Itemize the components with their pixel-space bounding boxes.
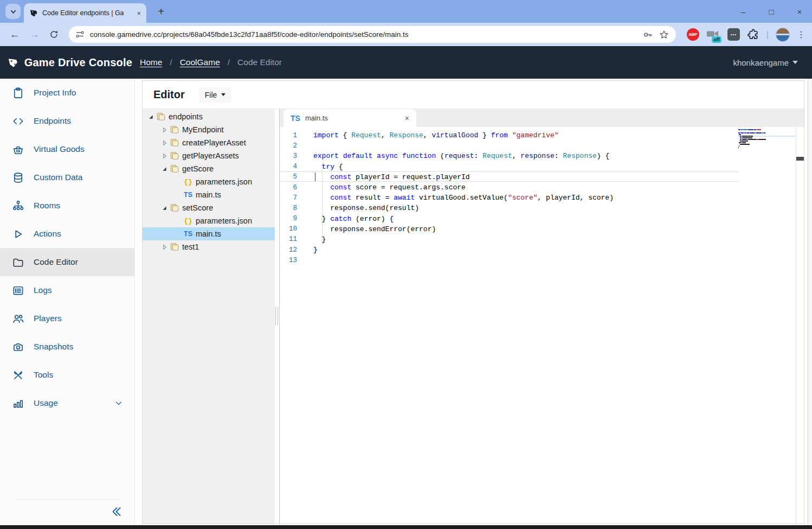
sidebar-item-players[interactable]: Players bbox=[0, 304, 134, 333]
minimap-line bbox=[738, 145, 795, 146]
minimap[interactable] bbox=[738, 129, 795, 150]
tree-collapsed-arrow[interactable] bbox=[160, 127, 169, 133]
tree-item-setScore[interactable]: setScore bbox=[143, 201, 275, 214]
brand[interactable]: Game Drive Console bbox=[0, 53, 132, 72]
toolbar-separator: | bbox=[766, 30, 769, 40]
tree-expanded-arrow[interactable] bbox=[160, 166, 169, 172]
tree-item-main-ts[interactable]: TSmain.ts bbox=[143, 227, 275, 240]
tree-item-getScore[interactable]: getScore bbox=[143, 162, 275, 175]
browser-menu-icon[interactable]: ⋮ bbox=[797, 29, 805, 40]
code-line-7[interactable]: 7 const result = await virtualGood.setVa… bbox=[280, 193, 804, 203]
sidebar-item-tools[interactable]: Tools bbox=[0, 361, 134, 389]
tab-close-icon[interactable]: × bbox=[137, 9, 141, 17]
file-menu-button[interactable]: File bbox=[199, 87, 232, 103]
line-number: 8 bbox=[280, 205, 305, 212]
code-line-4[interactable]: 4 try { bbox=[280, 162, 804, 172]
json-file-icon: {} bbox=[184, 217, 192, 225]
adblock-extension-icon[interactable]: ABP bbox=[687, 28, 699, 41]
code-area[interactable]: 1import { Request, Response, virtualGood… bbox=[280, 127, 804, 524]
app-navbar: Game Drive Console Home / CoolGame / Cod… bbox=[0, 46, 812, 79]
back-button[interactable]: ← bbox=[7, 26, 23, 43]
forward-button[interactable]: → bbox=[26, 26, 42, 43]
line-number: 12 bbox=[280, 246, 305, 254]
tab-search-button[interactable] bbox=[5, 4, 21, 19]
pane-splitter[interactable] bbox=[275, 109, 280, 524]
tree-item-label: parameters.json bbox=[196, 216, 252, 225]
splitter-grip-icon bbox=[275, 307, 278, 326]
code-text: import { Request, Response, virtualGood … bbox=[305, 131, 559, 139]
url-text[interactable]: console.gamedrive.cc/projects/68a045fbde… bbox=[90, 30, 637, 39]
sidebar-item-usage[interactable]: Usage bbox=[0, 389, 134, 417]
breadcrumb-home[interactable]: Home bbox=[140, 58, 162, 67]
code-line-13[interactable]: 13 bbox=[280, 255, 804, 265]
code-line-3[interactable]: 3export default async function (request:… bbox=[280, 151, 804, 161]
tree-item-createPlayerAsset[interactable]: createPlayerAsset bbox=[143, 136, 275, 149]
sidebar-item-virtual-goods[interactable]: Virtual Goods bbox=[0, 135, 134, 163]
sidebar-collapse-button[interactable] bbox=[107, 502, 126, 521]
sidebar-item-snapshots[interactable]: Snapshots bbox=[0, 333, 134, 361]
sidebar-item-project-info[interactable]: Project Info bbox=[0, 79, 134, 107]
brand-name: Game Drive Console bbox=[24, 56, 132, 69]
tree-expanded-arrow[interactable] bbox=[160, 205, 169, 211]
code-line-8[interactable]: 8 response.send(result) bbox=[280, 203, 804, 213]
code-editor-pane: TS main.ts × 1import { Request, Response… bbox=[280, 109, 804, 524]
code-line-10[interactable]: 10 response.sendError(error) bbox=[280, 224, 804, 234]
sidebar-item-code-editor[interactable]: Code Editor bbox=[0, 248, 134, 276]
window-minimize-button[interactable]: – bbox=[738, 7, 748, 16]
camera-extension-icon[interactable]: off bbox=[706, 28, 720, 41]
code-text: } bbox=[305, 235, 326, 244]
new-tab-button[interactable]: + bbox=[154, 4, 168, 18]
code-line-1[interactable]: 1import { Request, Response, virtualGood… bbox=[280, 130, 804, 141]
code-text: export default async function (request: … bbox=[305, 152, 609, 160]
tree-collapsed-arrow[interactable] bbox=[160, 244, 169, 250]
password-key-icon[interactable] bbox=[642, 29, 653, 40]
editor-tab-maints[interactable]: TS main.ts × bbox=[283, 109, 416, 127]
tree-collapsed-arrow[interactable] bbox=[160, 140, 169, 146]
reload-button[interactable] bbox=[46, 26, 62, 43]
extensions-puzzle-icon[interactable] bbox=[747, 28, 759, 41]
tree-item-MyEndpoint[interactable]: MyEndpoint bbox=[143, 123, 275, 136]
tree-collapsed-icon bbox=[162, 127, 167, 133]
folder-icon-slot bbox=[169, 125, 181, 134]
sidebar-item-rooms[interactable]: Rooms bbox=[0, 192, 134, 220]
user-menu[interactable]: khonkaengame bbox=[733, 58, 798, 67]
tree-item-parameters-json[interactable]: {}parameters.json bbox=[143, 214, 275, 227]
tree-item-parameters-json[interactable]: {}parameters.json bbox=[143, 175, 275, 188]
bookmark-star-icon[interactable] bbox=[659, 29, 669, 40]
tree-item-getPlayerAssets[interactable]: getPlayerAssets bbox=[143, 149, 275, 162]
tree-item-label: getPlayerAssets bbox=[182, 151, 239, 160]
code-text: } catch (error) { bbox=[305, 215, 394, 223]
code-line-11[interactable]: 11 } bbox=[280, 234, 804, 245]
tree-expanded-arrow[interactable] bbox=[147, 114, 155, 120]
site-info-icon[interactable] bbox=[75, 30, 85, 39]
folder-icon-slot bbox=[169, 164, 181, 173]
sidebar-item-logs[interactable]: Logs bbox=[0, 276, 134, 304]
window-close-button[interactable]: × bbox=[795, 7, 804, 16]
sidebar-item-endpoints[interactable]: Endpoints bbox=[0, 107, 134, 135]
code-line-12[interactable]: 12} bbox=[280, 245, 804, 255]
tree-item-test1[interactable]: test1 bbox=[143, 240, 275, 253]
breadcrumb-project[interactable]: CoolGame bbox=[180, 58, 220, 67]
tree-item-endpoints[interactable]: endpoints bbox=[143, 110, 275, 123]
tree-item-main-ts[interactable]: TSmain.ts bbox=[143, 188, 275, 201]
code-line-5[interactable]: 5 const playerId = request.playerId bbox=[280, 172, 804, 182]
sidebar-item-custom-data[interactable]: Custom Data bbox=[0, 163, 134, 192]
code-line-9[interactable]: 9 } catch (error) { bbox=[280, 214, 804, 224]
url-bar[interactable]: console.gamedrive.cc/projects/68a045fbde… bbox=[69, 26, 676, 43]
editor-header: Editor File bbox=[143, 81, 804, 109]
line-number: 11 bbox=[280, 235, 305, 243]
window-maximize-button[interactable]: □ bbox=[766, 7, 776, 16]
folder-icon bbox=[170, 203, 179, 212]
tree-collapsed-arrow[interactable] bbox=[160, 153, 169, 159]
code-line-6[interactable]: 6 const score = request.args.score bbox=[280, 182, 804, 193]
minimap-line bbox=[738, 134, 795, 135]
window-bottom-edge bbox=[0, 525, 812, 529]
user-name: khonkaengame bbox=[733, 58, 789, 67]
overview-ruler[interactable] bbox=[796, 127, 804, 524]
sidebar-item-actions[interactable]: Actions bbox=[0, 220, 134, 248]
editor-tab-close-icon[interactable]: × bbox=[405, 114, 409, 123]
dots-extension-icon[interactable]: ••• bbox=[727, 28, 740, 41]
browser-tab-active[interactable]: Code Editor endpoints | GameD × bbox=[24, 3, 146, 23]
profile-avatar[interactable] bbox=[776, 28, 790, 42]
code-line-2[interactable]: 2 bbox=[280, 141, 804, 151]
